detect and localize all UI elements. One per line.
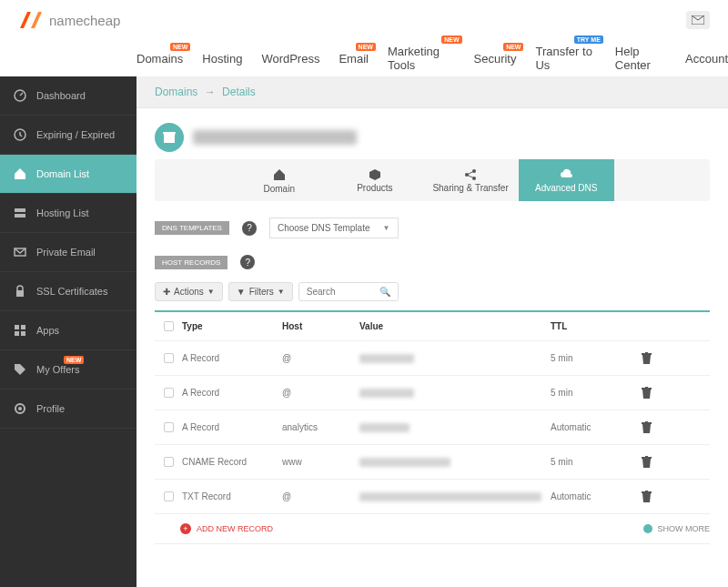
trash-icon	[642, 491, 652, 502]
topnav-item[interactable]: Transfer to UsTRY ME	[535, 45, 595, 72]
sidebar-item-private-email[interactable]: Private Email	[0, 233, 136, 272]
topnav-item[interactable]: Marketing ToolsNEW	[388, 45, 455, 72]
host-records-section: HOST RECORDS ?	[155, 255, 710, 269]
server-icon	[13, 206, 27, 220]
topnav-item[interactable]: DomainsNEW	[136, 52, 183, 66]
table-header: Type Host Value TTL	[155, 310, 710, 340]
domain-header	[136, 108, 728, 159]
home-icon	[13, 167, 27, 181]
row-checkbox[interactable]	[164, 353, 174, 363]
filters-button[interactable]: ▼ Filters ▼	[228, 282, 293, 301]
sidebar-item-label: SSL Certificates	[36, 286, 107, 297]
topnav-item[interactable]: Help Center	[615, 45, 666, 72]
row-checkbox[interactable]	[164, 457, 174, 467]
cell-type[interactable]: CNAME Record	[182, 457, 282, 467]
add-record-button[interactable]: + ADD NEW RECORD	[155, 523, 273, 534]
sidebar-item-domain-list[interactable]: Domain List	[0, 155, 136, 194]
mail-icon	[692, 15, 704, 25]
cell-type[interactable]: A Record	[182, 353, 282, 363]
col-host: Host	[282, 321, 359, 331]
dns-templates-section: DNS TEMPLATES ? Choose DNS Template	[155, 218, 710, 238]
nav-badge: TRY ME	[574, 35, 603, 44]
table-footer: + ADD NEW RECORD SHOW MORE	[155, 513, 710, 544]
topnav-item[interactable]: WordPress	[261, 52, 319, 66]
sidebar-item-profile[interactable]: Profile	[0, 390, 136, 429]
tab-domain[interactable]: Domain	[231, 159, 327, 201]
cell-value[interactable]	[359, 389, 551, 398]
nav-badge: NEW	[356, 43, 376, 51]
cell-type[interactable]: A Record	[182, 388, 282, 398]
sidebar-item-hosting-list[interactable]: Hosting List	[0, 194, 136, 233]
cell-ttl[interactable]: Automatic	[551, 491, 642, 501]
cell-ttl[interactable]: Automatic	[551, 422, 642, 432]
delete-button[interactable]	[642, 387, 669, 399]
tab-sharing-transfer[interactable]: Sharing & Transfer	[422, 159, 518, 201]
cell-ttl[interactable]: 5 min	[551, 457, 642, 467]
topnav-item[interactable]: EmailNEW	[339, 52, 369, 66]
table-row: A RecordanalyticsAutomatic	[155, 410, 710, 444]
clock-icon	[13, 127, 27, 142]
records-toolbar: ✚ Actions ▼ ▼ Filters ▼ 🔍	[155, 282, 710, 301]
gear-icon	[13, 401, 27, 416]
cell-value[interactable]	[359, 423, 551, 432]
topnav-item[interactable]: Hosting	[202, 52, 242, 66]
row-checkbox[interactable]	[164, 422, 174, 432]
search-input[interactable]	[307, 287, 379, 297]
cell-host[interactable]: @	[282, 491, 359, 501]
nav-badge: NEW	[441, 35, 461, 44]
content: Domains → Details DomainProductsSharing …	[136, 76, 728, 587]
help-icon[interactable]: ?	[240, 255, 255, 269]
cell-value[interactable]	[359, 458, 551, 467]
cell-type[interactable]: TXT Record	[182, 491, 282, 501]
sidebar-item-expiring-expired[interactable]: Expiring / Expired	[0, 116, 136, 155]
cell-host[interactable]: @	[282, 388, 359, 398]
cell-ttl[interactable]: 5 min	[551, 353, 642, 363]
caret-down-icon: ▼	[278, 288, 285, 296]
sidebar-item-my-offers[interactable]: My OffersNEW	[0, 350, 136, 390]
delete-button[interactable]	[642, 421, 669, 433]
row-checkbox[interactable]	[164, 388, 174, 398]
breadcrumb-parent[interactable]: Domains	[155, 86, 197, 98]
select-all-checkbox[interactable]	[164, 321, 174, 331]
sidebar-item-label: Hosting List	[36, 207, 88, 218]
delete-button[interactable]	[642, 352, 669, 364]
cell-value[interactable]	[359, 354, 551, 363]
logo[interactable]: namecheap	[18, 10, 120, 30]
cell-type[interactable]: A Record	[182, 422, 282, 432]
domain-avatar	[155, 123, 184, 152]
svg-point-12	[18, 407, 22, 410]
dns-template-select[interactable]: Choose DNS Template	[269, 218, 399, 238]
delete-button[interactable]	[642, 456, 669, 468]
sidebar-item-label: My Offers	[36, 364, 79, 375]
search-box[interactable]: 🔍	[298, 282, 399, 301]
show-more-button[interactable]: SHOW MORE	[643, 524, 711, 533]
trash-icon	[642, 421, 652, 433]
breadcrumb-current: Details	[222, 86, 256, 98]
help-icon[interactable]: ?	[242, 221, 257, 236]
cell-host[interactable]: analytics	[282, 422, 359, 432]
actions-button[interactable]: ✚ Actions ▼	[155, 282, 223, 301]
row-checkbox[interactable]	[164, 491, 174, 501]
caret-down-icon: ▼	[207, 288, 215, 296]
topnav-item[interactable]: Account	[685, 52, 728, 66]
cell-host[interactable]: @	[282, 353, 359, 363]
delete-button[interactable]	[642, 491, 669, 502]
filter-icon: ▼	[237, 287, 246, 297]
sidebar-item-ssl-certificates[interactable]: SSL Certificates	[0, 272, 136, 311]
sidebar-item-dashboard[interactable]: Dashboard	[0, 76, 136, 116]
cell-host[interactable]: www	[282, 457, 359, 467]
topnav-item[interactable]: SecurityNEW	[474, 52, 517, 66]
sidebar-item-apps[interactable]: Apps	[0, 311, 136, 350]
tab-advanced-dns[interactable]: Advanced DNS	[519, 159, 614, 201]
cell-ttl[interactable]: 5 min	[551, 388, 642, 398]
svg-rect-6	[16, 290, 24, 297]
sidebar-item-label: Dashboard	[36, 90, 86, 101]
plus-circle-icon: ✚	[163, 287, 170, 297]
sidebar: DashboardExpiring / ExpiredDomain ListHo…	[0, 76, 136, 587]
cell-value[interactable]	[359, 492, 551, 501]
breadcrumb-separator: →	[205, 86, 216, 98]
mail-button[interactable]	[686, 11, 710, 29]
lock-icon	[13, 284, 27, 299]
table-row: CNAME Recordwww5 min	[155, 444, 710, 479]
tab-products[interactable]: Products	[327, 159, 422, 201]
